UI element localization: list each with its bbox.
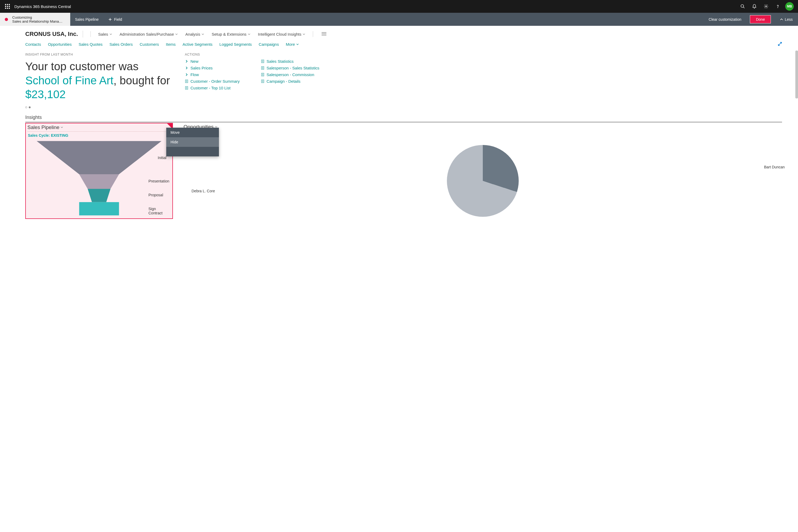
action-sales-prices[interactable]: Sales Prices [185, 66, 240, 70]
svg-point-11 [765, 6, 767, 7]
svg-rect-0 [5, 4, 6, 5]
insight-pager[interactable] [25, 107, 174, 108]
svg-rect-1 [7, 4, 8, 5]
settings-icon[interactable] [760, 0, 772, 13]
context-menu: Move Hide [166, 128, 219, 156]
pie-label-debra: Debra L. Core [191, 189, 215, 193]
svg-marker-44 [79, 174, 119, 189]
action-campaign-details[interactable]: Campaign - Details [261, 79, 319, 83]
nav-sales-orders[interactable]: Sales Orders [109, 42, 133, 46]
card-title-opportunities[interactable]: Opportunities [184, 123, 782, 131]
recording-dot-icon [5, 18, 8, 21]
insight-panel: INSIGHT FROM LAST MONTH Your top custome… [25, 53, 174, 108]
scrollbar[interactable] [795, 51, 798, 98]
nav-opportunities[interactable]: Opportunities [48, 42, 72, 46]
user-avatar[interactable]: MB [785, 2, 794, 11]
insight-label: INSIGHT FROM LAST MONTH [25, 53, 174, 56]
customize-target[interactable]: Sales Pipeline [70, 13, 103, 26]
svg-marker-45 [88, 189, 111, 202]
context-menu-move[interactable]: Move [166, 128, 219, 137]
action-flow[interactable]: Flow [185, 72, 240, 77]
action-new[interactable]: New [185, 59, 240, 63]
pie-graphic [447, 145, 519, 217]
svg-line-18 [778, 42, 781, 45]
pager-dot-2[interactable] [29, 107, 31, 108]
actions-panel: ACTIONS New Sales Prices Flow Customer -… [185, 53, 782, 108]
actions-col-1: New Sales Prices Flow Customer - Order S… [185, 59, 240, 90]
action-customer-top10[interactable]: Customer - Top 10 List [185, 86, 240, 90]
menu-setup-extensions[interactable]: Setup & Extensions [212, 32, 251, 36]
pie-chart: Bart Duncan Debra L. Core [184, 138, 782, 224]
divider [313, 31, 313, 37]
svg-point-9 [741, 4, 744, 7]
search-icon[interactable] [737, 0, 748, 13]
svg-rect-4 [7, 6, 8, 7]
svg-rect-8 [9, 8, 10, 9]
action-sales-statistics[interactable]: Sales Statistics [261, 59, 319, 63]
app-title: Dynamics 365 Business Central [14, 4, 71, 9]
expand-icon[interactable] [778, 42, 782, 47]
sales-cycle-filter[interactable]: Sales Cycle: EXISTING [27, 132, 171, 140]
funnel-stage-sign-contract: Sign Contract [148, 207, 171, 215]
insight-headline: Your top customer was School of Fine Art… [25, 60, 174, 101]
nav-contacts[interactable]: Contacts [25, 42, 41, 46]
clear-customization-link[interactable]: Clear customization [704, 13, 746, 26]
nav-logged-segments[interactable]: Logged Segments [220, 42, 252, 46]
svg-rect-6 [5, 8, 6, 9]
sub-navigation: Contacts Opportunities Sales Quotes Sale… [0, 40, 798, 51]
add-field-button[interactable]: Field [103, 13, 127, 26]
card-opportunities[interactable]: Opportunities h | .. 04/30/19 Bart Dunca… [184, 123, 782, 224]
funnel-stage-initial: Initial [158, 156, 167, 160]
pager-dot-1[interactable] [25, 107, 27, 108]
action-salesperson-statistics[interactable]: Salesperson - Sales Statistics [261, 66, 319, 70]
nav-more[interactable]: More [286, 42, 299, 46]
action-customer-order-summary[interactable]: Customer - Order Summary [185, 79, 240, 83]
customizing-label: Customizing [12, 15, 66, 19]
nav-campaigns[interactable]: Campaigns [259, 42, 279, 46]
menu-analysis[interactable]: Analysis [185, 32, 204, 36]
svg-rect-5 [9, 6, 10, 7]
done-button[interactable]: Done [750, 15, 771, 23]
opportunities-filter[interactable]: h | .. 04/30/19 [184, 131, 782, 138]
context-menu-spacer [166, 147, 219, 156]
svg-marker-43 [37, 141, 162, 174]
menu-intelligent-cloud[interactable]: Intelligent Cloud Insights [258, 32, 305, 36]
nav-items[interactable]: Items [166, 42, 176, 46]
svg-rect-46 [79, 202, 119, 215]
svg-rect-3 [5, 6, 6, 7]
app-launcher-icon[interactable] [3, 4, 12, 9]
add-field-label: Field [114, 17, 122, 22]
more-menu-icon[interactable] [322, 32, 326, 36]
less-label: Less [785, 17, 793, 22]
menu-admin-sales-purchase[interactable]: Administration Sales/Purchase [120, 32, 178, 36]
card-sales-pipeline[interactable]: Sales Pipeline Sales Cycle: EXISTING Ini… [25, 123, 173, 219]
svg-rect-7 [7, 8, 8, 9]
page-header: CRONUS USA, Inc. Sales Administration Sa… [0, 26, 798, 40]
insight-amount: $23,102 [25, 88, 66, 100]
less-toggle[interactable]: Less [775, 13, 798, 26]
customize-bar: Customizing Sales and Relationship Mana…… [0, 13, 798, 26]
global-header: Dynamics 365 Business Central MB [0, 0, 798, 13]
nav-customers[interactable]: Customers [140, 42, 159, 46]
menu-sales[interactable]: Sales [98, 32, 112, 36]
funnel-stage-proposal: Proposal [148, 193, 163, 197]
company-name[interactable]: CRONUS USA, Inc. [25, 31, 83, 38]
customizing-indicator: Customizing Sales and Relationship Mana… [0, 13, 70, 26]
context-menu-hide[interactable]: Hide [166, 137, 219, 147]
nav-sales-quotes[interactable]: Sales Quotes [78, 42, 102, 46]
action-salesperson-commission[interactable]: Salesperson - Commission [261, 72, 319, 77]
notifications-icon[interactable] [748, 0, 760, 13]
actions-col-2: Sales Statistics Salesperson - Sales Sta… [261, 59, 319, 90]
insights-section-title: Insights [25, 115, 782, 122]
nav-active-segments[interactable]: Active Segments [183, 42, 212, 46]
insight-customer[interactable]: School of Fine Art [25, 74, 114, 87]
main-menu: Sales Administration Sales/Purchase Anal… [98, 32, 305, 36]
svg-rect-2 [9, 4, 10, 5]
help-icon[interactable] [772, 0, 784, 13]
funnel-stage-presentation: Presentation [148, 179, 169, 183]
pie-label-bart: Bart Duncan [764, 165, 785, 169]
card-title-sales-pipeline[interactable]: Sales Pipeline [27, 124, 171, 132]
customizing-page-name: Sales and Relationship Mana… [12, 19, 66, 23]
actions-label: ACTIONS [185, 53, 782, 56]
svg-line-10 [743, 7, 744, 8]
